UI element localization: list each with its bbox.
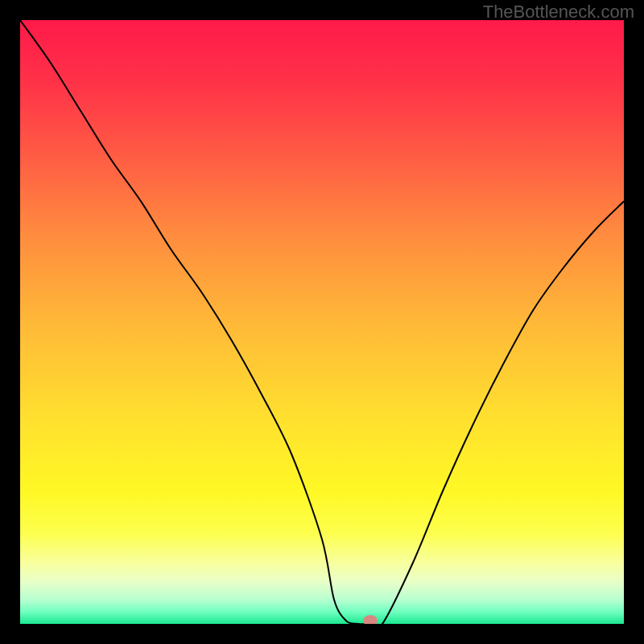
- chart-background: [20, 20, 624, 624]
- watermark-text: TheBottleneck.com: [483, 2, 634, 23]
- bottleneck-chart: [20, 20, 624, 624]
